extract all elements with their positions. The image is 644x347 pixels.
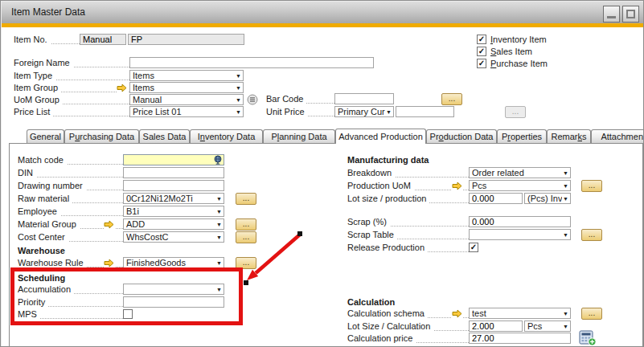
employee-dropdown[interactable]: B1i▼ xyxy=(123,206,224,217)
scrap-pct-input[interactable] xyxy=(469,216,571,227)
production-uom-row: Production UoM Pcs▼ ... xyxy=(347,180,605,192)
production-uom-browse-button[interactable]: ... xyxy=(581,180,602,192)
link-arrow-icon[interactable] xyxy=(452,309,463,318)
dropdown-caret-icon: ▼ xyxy=(235,85,243,91)
maximize-button[interactable] xyxy=(622,6,639,22)
tab-properties[interactable]: Properties xyxy=(497,129,547,143)
calculation-price-input[interactable] xyxy=(469,333,571,344)
drawing-number-label: Drawing number xyxy=(18,181,86,190)
sales-item-label: Sales Item xyxy=(490,47,535,56)
uom-group-list-icon[interactable] xyxy=(247,94,258,107)
item-type-dropdown[interactable]: Items▼ xyxy=(129,70,244,81)
mps-checkbox[interactable] xyxy=(123,309,133,319)
link-arrow-icon[interactable] xyxy=(104,220,115,229)
match-code-input[interactable] xyxy=(123,154,224,165)
unit-price-currency-dropdown[interactable]: Primary Curr▼ xyxy=(334,106,394,117)
din-label: DIN xyxy=(18,168,36,178)
cost-center-row: Cost Center WhsCostC▼ ... xyxy=(18,231,259,243)
cost-center-dropdown[interactable]: WhsCostC▼ xyxy=(123,231,224,243)
tab-planning-data[interactable]: Planning Data xyxy=(263,129,335,143)
raw-material-label: Raw material xyxy=(18,194,72,203)
item-type-label: Item Type xyxy=(14,71,55,80)
drawing-number-row: Drawing number xyxy=(18,180,259,192)
cost-center-label: Cost Center xyxy=(18,232,68,242)
breakdown-dropdown[interactable]: Order related▼ xyxy=(469,167,571,178)
foreign-name-input[interactable] xyxy=(129,57,374,68)
item-master-data-window: Item Master Data Item No. ✓ Inventory It… xyxy=(0,0,644,347)
cost-center-browse-button[interactable]: ... xyxy=(236,231,256,243)
item-no-row: Item No. xyxy=(14,34,247,46)
globe-search-icon[interactable] xyxy=(213,155,223,166)
item-group-dropdown[interactable]: Items▼ xyxy=(129,82,244,93)
tab-remarks[interactable]: Remarks xyxy=(547,129,591,143)
calculator-add-icon[interactable] xyxy=(579,330,597,347)
match-code-row: Match code xyxy=(18,154,259,166)
unit-price-browse-button[interactable]: ... xyxy=(505,106,526,118)
checkmark-icon: ✓ xyxy=(478,47,486,55)
dropdown-caret-icon: ▼ xyxy=(562,170,570,176)
material-group-label: Material Group xyxy=(18,219,80,229)
link-arrow-icon[interactable] xyxy=(104,259,115,267)
employee-label: Employee xyxy=(18,206,60,216)
inventory-item-checkbox[interactable]: ✓ xyxy=(477,35,486,44)
raw-material-dropdown[interactable]: 0Cr12Ni12Mo2Ti▼ xyxy=(123,193,224,204)
tab-attachments[interactable]: Attachments xyxy=(591,129,644,143)
bar-code-input[interactable] xyxy=(334,93,394,104)
tab-production-data[interactable]: Production Data xyxy=(426,129,497,143)
din-input[interactable] xyxy=(123,167,224,178)
price-list-dropdown[interactable]: Price List 01▼ xyxy=(129,106,244,117)
maximize-icon xyxy=(626,10,635,18)
tab-strip: General Purchasing Data Sales Data Inven… xyxy=(27,129,644,144)
lot-size-production-uom-dropdown[interactable]: (Pcs) Inve▼ xyxy=(524,193,571,204)
drawing-number-input[interactable] xyxy=(123,180,224,191)
lot-size-calculation-input[interactable] xyxy=(469,320,523,332)
warehouse-rule-dropdown[interactable]: FinishedGoods▼ xyxy=(123,257,224,268)
tab-sales-data[interactable]: Sales Data xyxy=(139,129,190,143)
item-no-field[interactable] xyxy=(128,34,244,45)
lot-size-production-input[interactable] xyxy=(469,193,523,204)
calculation-schema-dropdown[interactable]: test▼ xyxy=(469,308,571,319)
material-group-browse-button[interactable]: ... xyxy=(236,218,256,231)
scrap-table-dropdown[interactable]: ▼ xyxy=(469,229,571,240)
tab-general[interactable]: General xyxy=(27,129,64,143)
unit-price-row: Unit Price Primary Curr▼ ... xyxy=(266,106,531,118)
lot-size-production-row: Lot size / production (Pcs) Inve▼ xyxy=(347,193,605,205)
link-arrow-icon[interactable] xyxy=(452,182,463,190)
uom-group-row: UoM Group Manual▼ xyxy=(14,94,255,106)
minimize-button[interactable] xyxy=(603,6,620,22)
priority-input[interactable] xyxy=(123,296,224,308)
tab-purchasing-data[interactable]: Purchasing Data xyxy=(64,129,139,143)
accumulation-label: Accumulation xyxy=(18,284,74,294)
material-group-dropdown[interactable]: ADD▼ xyxy=(123,218,224,230)
raw-material-browse-button[interactable]: ... xyxy=(236,193,256,205)
window-titlebar: Item Master Data xyxy=(2,2,643,23)
accumulation-row: Accumulation ▼ xyxy=(18,284,259,296)
warehouse-rule-label: Warehouse Rule xyxy=(18,258,87,267)
price-list-label: Price List xyxy=(14,107,53,116)
production-uom-dropdown[interactable]: Pcs▼ xyxy=(469,180,571,191)
lot-size-calculation-label: Lot Size / Calculation xyxy=(347,321,433,331)
release-production-label: Release Production xyxy=(347,243,428,252)
item-no-series-field[interactable] xyxy=(80,34,126,45)
unit-price-input[interactable] xyxy=(396,106,454,117)
lot-size-calculation-uom-dropdown[interactable]: Pcs▼ xyxy=(524,320,571,332)
link-arrow-icon[interactable] xyxy=(117,84,128,92)
uom-group-dropdown[interactable]: Manual▼ xyxy=(129,94,244,105)
calculation-schema-browse-button[interactable]: ... xyxy=(581,308,602,320)
warehouse-rule-browse-button[interactable]: ... xyxy=(236,257,256,269)
scrap-table-row: Scrap Table ▼ ... xyxy=(347,229,605,241)
tab-advanced-production[interactable]: Advanced Production xyxy=(335,129,426,144)
inventory-item-row: ✓ Inventory Item xyxy=(477,34,589,46)
sales-item-checkbox[interactable]: ✓ xyxy=(477,47,486,56)
release-production-row: Release Production ✓ xyxy=(347,242,605,254)
checkmark-icon: ✓ xyxy=(470,243,478,251)
release-production-checkbox[interactable]: ✓ xyxy=(469,243,478,252)
accumulation-dropdown[interactable]: ▼ xyxy=(123,284,224,295)
calculation-price-label: Calculation price xyxy=(347,333,416,343)
purchase-item-checkbox[interactable]: ✓ xyxy=(477,59,486,68)
calculation-price-row: Calculation price xyxy=(347,333,605,345)
tab-inventory-data[interactable]: Inventory Data xyxy=(190,129,263,143)
scrap-table-browse-button[interactable]: ... xyxy=(581,229,602,241)
dropdown-caret-icon: ▼ xyxy=(215,196,224,202)
bar-code-browse-button[interactable]: ... xyxy=(441,93,462,105)
